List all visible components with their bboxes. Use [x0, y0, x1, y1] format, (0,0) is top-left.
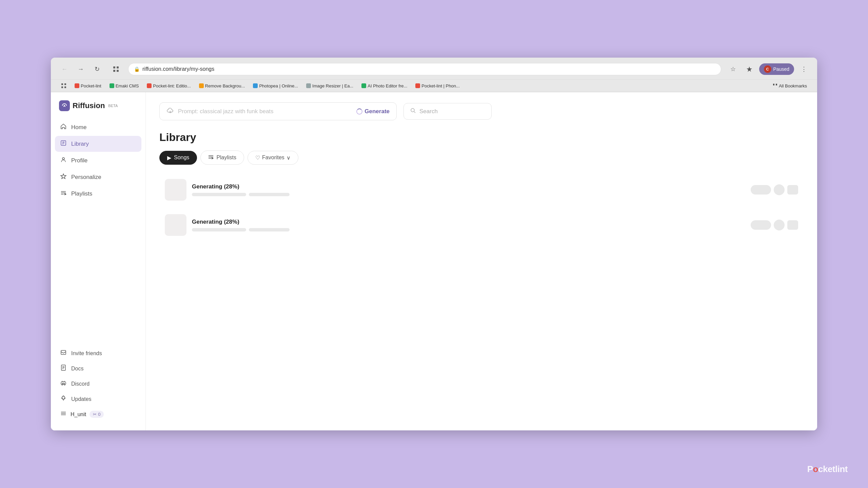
bookmark-pocket-lint[interactable]: Pocket-lint: [71, 82, 105, 90]
tab-bar: ▶ Songs Playlists: [159, 150, 804, 165]
svg-rect-8: [773, 84, 774, 85]
svg-point-30: [411, 108, 414, 112]
svg-marker-35: [212, 158, 213, 159]
scissors-icon: ✂: [93, 412, 97, 417]
logo-area: Riffusion BETA: [51, 100, 145, 119]
svg-rect-0: [113, 66, 115, 68]
bookmark-remove-bg[interactable]: Remove Backgrou...: [196, 82, 249, 90]
sidebar-item-updates[interactable]: Updates: [55, 392, 141, 406]
song-info-1: Generating (28%): [192, 183, 745, 196]
url-text: riffusion.com/library/my-songs: [142, 66, 715, 72]
bookmark-image-resizer[interactable]: Image Resizer | Ea...: [303, 82, 357, 90]
bookmark-pocket-editorial[interactable]: Pocket-lint: Editio...: [143, 82, 194, 90]
play-icon: ▶: [167, 155, 171, 161]
search-bar[interactable]: Search: [403, 103, 492, 120]
sidebar-item-profile-label: Profile: [71, 157, 87, 164]
lock-icon: 🔒: [134, 66, 140, 72]
prompt-input[interactable]: Prompt: classical jazz with funk beats: [178, 108, 352, 115]
docs-icon: [60, 365, 67, 372]
personalize-icon: [60, 173, 67, 181]
bookmark-pocket-phone[interactable]: Pocket-lint | Phon...: [412, 82, 463, 90]
loading-bar-2a: [192, 228, 246, 231]
bookmark-apps[interactable]: [58, 82, 70, 90]
sidebar-item-playlists[interactable]: Playlists: [55, 186, 141, 202]
svg-point-24: [64, 383, 64, 384]
svg-rect-4: [61, 83, 63, 85]
home-icon: [60, 123, 67, 131]
main-content: Prompt: classical jazz with funk beats G…: [146, 92, 817, 430]
action-dots-1: [787, 185, 798, 195]
sidebar-item-invite-friends[interactable]: Invite friends: [55, 346, 141, 361]
bookmarks-bar: Pocket-lint Emaki CMS Pocket-lint: Editi…: [51, 79, 817, 92]
generate-spinner: [356, 108, 362, 115]
sidebar-item-personalize[interactable]: Personalize: [55, 169, 141, 185]
sidebar-item-docs[interactable]: Docs: [55, 361, 141, 376]
user-name: H_unit: [71, 411, 86, 418]
logo-text: Riffusion: [73, 101, 105, 110]
action-pill-1: [751, 185, 771, 195]
bookmark-star-button[interactable]: ☆: [727, 63, 739, 76]
svg-rect-5: [64, 83, 66, 85]
nav-items: Home Library: [51, 119, 145, 341]
svg-rect-9: [776, 84, 777, 85]
loading-bar-2b: [249, 228, 290, 231]
song-item-2: Generating (28%): [159, 209, 804, 241]
chevron-down-icon: ∨: [287, 155, 291, 161]
song-status-1: Generating (28%): [192, 183, 745, 190]
bookmark-photopea[interactable]: Photopea | Online...: [250, 82, 301, 90]
sidebar-bottom: Invite friends Docs: [51, 346, 145, 422]
song-status-2: Generating (28%): [192, 219, 745, 225]
back-button[interactable]: ←: [58, 62, 71, 76]
tab-playlists[interactable]: Playlists: [200, 150, 244, 165]
loading-bar-1b: [249, 193, 290, 196]
page-title: Library: [159, 131, 804, 144]
action-circle-2: [774, 220, 785, 230]
beta-badge: BETA: [108, 104, 118, 108]
credit-badge: ✂ 0: [90, 411, 104, 418]
action-circle-1: [774, 184, 785, 195]
song-item-1: Generating (28%): [159, 174, 804, 205]
pocketlint-watermark: Pocketlint: [807, 464, 848, 474]
browser-window: ← → ↻ 🔒 riffusion.com/library/my-songs: [51, 58, 817, 430]
sidebar-item-library[interactable]: Library: [55, 136, 141, 152]
sidebar-item-updates-label: Updates: [71, 396, 92, 402]
invite-friends-icon: [60, 349, 67, 357]
apps-grid-button[interactable]: [109, 62, 123, 76]
browser-menu-button[interactable]: ⋮: [797, 63, 810, 76]
song-thumbnail-1: [165, 179, 186, 201]
song-thumbnail-2: [165, 214, 186, 236]
app-container: Riffusion BETA Home: [51, 92, 817, 430]
cloud-icon: [166, 107, 174, 115]
updates-icon: [60, 395, 67, 403]
sidebar-item-home-label: Home: [71, 124, 86, 131]
tab-songs[interactable]: ▶ Songs: [159, 151, 197, 165]
sidebar-item-library-label: Library: [71, 141, 89, 147]
svg-rect-1: [117, 66, 119, 68]
sidebar-item-profile[interactable]: Profile: [55, 152, 141, 168]
profile-icon: [60, 157, 67, 164]
sidebar-item-discord[interactable]: Discord: [55, 377, 141, 391]
discord-icon: [60, 380, 67, 388]
tab-favorites[interactable]: ♡ Favorites ∨: [248, 151, 298, 165]
address-bar[interactable]: 🔒 riffusion.com/library/my-songs: [128, 63, 721, 75]
svg-marker-13: [61, 174, 66, 179]
paused-badge[interactable]: C Paused: [759, 63, 794, 75]
prompt-bar[interactable]: Prompt: classical jazz with funk beats G…: [159, 102, 397, 120]
action-dots-2: [787, 220, 798, 230]
sidebar-item-personalize-label: Personalize: [71, 174, 101, 181]
extensions-button[interactable]: [743, 63, 756, 76]
svg-rect-6: [61, 86, 63, 88]
svg-rect-7: [64, 86, 66, 88]
generate-button[interactable]: Generate: [356, 108, 390, 115]
refresh-button[interactable]: ↻: [90, 62, 104, 76]
browser-actions: ☆ C Paused ⋮: [727, 63, 810, 76]
playlists-icon: [60, 190, 67, 198]
forward-button[interactable]: →: [74, 62, 87, 76]
all-bookmarks-button[interactable]: All Bookmarks: [769, 82, 810, 90]
bookmark-emaki[interactable]: Emaki CMS: [106, 82, 142, 90]
bookmark-ai-photo[interactable]: AI Photo Editor fre...: [358, 82, 411, 90]
user-row[interactable]: H_unit ✂ 0: [55, 407, 141, 422]
heart-icon: ♡: [255, 155, 260, 161]
sidebar-item-home[interactable]: Home: [55, 119, 141, 135]
loading-bar-1a: [192, 193, 246, 196]
